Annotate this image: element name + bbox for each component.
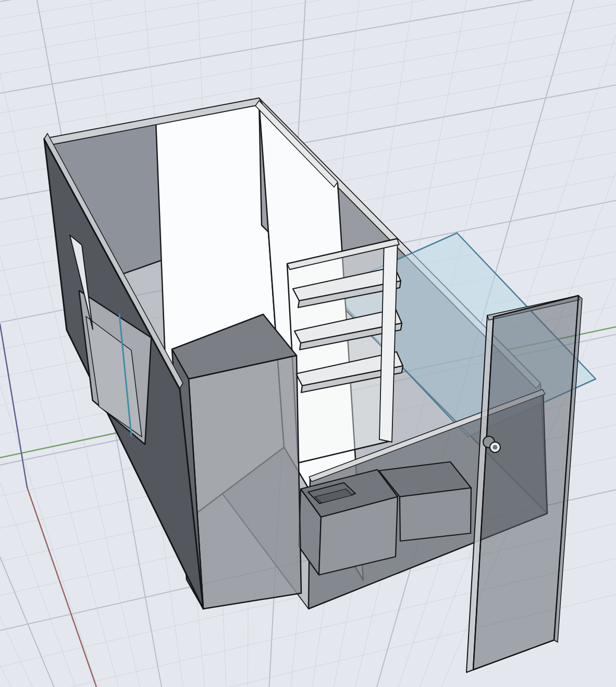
door-knob-center bbox=[493, 445, 498, 450]
scene-svg bbox=[0, 0, 616, 687]
grid-line-a bbox=[0, 0, 616, 20]
axis-blue bbox=[0, 324, 27, 487]
model-layer bbox=[0, 98, 616, 687]
grid-line-a bbox=[0, 0, 616, 57]
grid-line-a bbox=[0, 2, 616, 115]
grid-line-a bbox=[0, 21, 616, 136]
cad-viewport[interactable] bbox=[0, 0, 616, 687]
tall-cabinet-front[interactable] bbox=[189, 355, 301, 609]
grid-line-b bbox=[0, 0, 38, 687]
grid-line-a bbox=[0, 0, 616, 39]
cabinet-box-front[interactable] bbox=[400, 488, 471, 541]
grid-line-b bbox=[0, 0, 16, 687]
grid-line-b bbox=[0, 0, 79, 687]
axis-red bbox=[27, 487, 96, 687]
